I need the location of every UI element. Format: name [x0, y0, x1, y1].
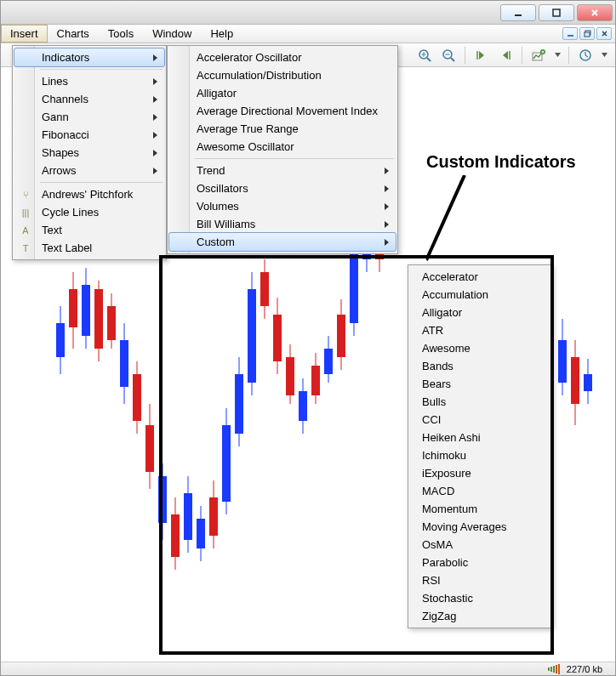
- mdi-minimize-button[interactable]: [562, 27, 578, 40]
- scroll-end-icon: [475, 48, 488, 62]
- menuitem-lines[interactable]: Lines: [14, 72, 164, 90]
- menuitem-label: Average True Range: [197, 122, 299, 135]
- menuitem-text[interactable]: AText: [14, 221, 164, 239]
- menuitem-label: Andrews' Pitchfork: [42, 188, 133, 201]
- menuitem-label: Oscillators: [197, 182, 248, 195]
- menuitem-bill-williams[interactable]: Bill Williams: [169, 215, 396, 233]
- window-minimize-button[interactable]: [500, 4, 536, 21]
- menuitem-custom-bands[interactable]: Bands: [410, 357, 550, 375]
- menuitem-custom-heiken-ashi[interactable]: Heiken Ashi: [410, 429, 550, 446]
- menuitem-atr[interactable]: Average True Range: [169, 120, 396, 138]
- menuitem-custom-osma[interactable]: OsMA: [410, 536, 550, 554]
- menuitem-label: Accumulation: [422, 288, 488, 301]
- menuitem-fibonacci[interactable]: Fibonacci: [14, 126, 164, 144]
- clock-icon: [579, 48, 592, 62]
- menuitem-custom-alligator[interactable]: Alligator: [410, 304, 550, 321]
- menuitem-arrows[interactable]: Arrows: [14, 162, 164, 179]
- minimize-icon: [513, 8, 523, 18]
- menuitem-label: Shapes: [42, 146, 79, 159]
- menuitem-trend[interactable]: Trend: [169, 162, 396, 179]
- dropdown-arrow[interactable]: [553, 46, 562, 65]
- minimize-icon: [567, 30, 574, 37]
- menuitem-indicators[interactable]: Indicators: [14, 48, 165, 67]
- menuitem-custom-rsi[interactable]: RSI: [410, 571, 550, 589]
- submenu-arrow-icon: [153, 96, 157, 103]
- chart-shift-icon: [499, 48, 512, 62]
- menuitem-custom-bulls[interactable]: Bulls: [410, 393, 550, 411]
- menuitem-text-label[interactable]: TText Label: [14, 239, 164, 257]
- menuitem-custom-iexposure[interactable]: iExposure: [410, 464, 550, 482]
- zoom-out-button[interactable]: [439, 46, 458, 65]
- menuitem-label: Average Directional Movement Index: [197, 105, 378, 117]
- close-icon: [590, 8, 600, 18]
- menuitem-gann[interactable]: Gann: [14, 108, 164, 126]
- menu-insert[interactable]: Insert: [1, 25, 48, 43]
- menuitem-custom-momentum[interactable]: Momentum: [410, 500, 550, 518]
- menuitem-custom-atr[interactable]: ATR: [410, 321, 550, 339]
- menuitem-custom-cci[interactable]: CCI: [410, 411, 550, 429]
- menuitem-label: Fibonacci: [42, 128, 89, 141]
- menuitem-adx[interactable]: Average Directional Movement Index: [169, 102, 396, 120]
- annotation-arrow: [426, 175, 494, 269]
- submenu-arrow-icon: [153, 114, 157, 121]
- menuitem-custom-ichimoku[interactable]: Ichimoku: [410, 446, 550, 464]
- menuitem-label: ZigZag: [422, 610, 456, 622]
- menuitem-label: Cycle Lines: [42, 206, 99, 219]
- menuitem-label: Channels: [42, 93, 88, 105]
- chart-shift-button[interactable]: [496, 46, 515, 65]
- menu-window[interactable]: Window: [143, 25, 201, 43]
- periodicity-button[interactable]: [576, 46, 595, 65]
- menuitem-channels[interactable]: Channels: [14, 90, 164, 108]
- menuitem-awesome-oscillator[interactable]: Awesome Oscillator: [169, 138, 396, 156]
- menuitem-custom-macd[interactable]: MACD: [410, 482, 550, 500]
- mdi-close-button[interactable]: [596, 27, 612, 40]
- custom-dropdown: Accelerator Accumulation Alligator ATR A…: [408, 264, 552, 628]
- menuitem-shapes[interactable]: Shapes: [14, 144, 164, 162]
- indicators-button[interactable]: [529, 46, 548, 65]
- menuitem-label: Accelerator: [422, 270, 478, 283]
- menuitem-label: Text Label: [42, 241, 92, 254]
- window-close-button[interactable]: [577, 4, 613, 21]
- zoom-in-button[interactable]: [415, 46, 434, 65]
- menuitem-label: Volumes: [197, 200, 239, 213]
- submenu-arrow-icon: [385, 168, 389, 174]
- menuitem-oscillators[interactable]: Oscillators: [169, 179, 396, 197]
- menuitem-custom-moving-averages[interactable]: Moving Averages: [410, 518, 550, 536]
- menuitem-label: Awesome Oscillator: [197, 140, 294, 153]
- menuitem-label: Bears: [422, 378, 451, 390]
- mdi-restore-button[interactable]: [579, 27, 595, 40]
- menuitem-custom[interactable]: Custom: [168, 232, 396, 252]
- menuitem-accelerator-oscillator[interactable]: Accelerator Oscillator: [169, 48, 396, 66]
- menuitem-custom-zigzag[interactable]: ZigZag: [410, 607, 550, 625]
- menu-tools[interactable]: Tools: [99, 25, 143, 43]
- menuitem-alligator[interactable]: Alligator: [169, 84, 396, 102]
- menuitem-cycle-lines[interactable]: |||Cycle Lines: [14, 203, 164, 221]
- window-maximize-button[interactable]: [539, 4, 574, 21]
- menu-help[interactable]: Help: [201, 25, 242, 43]
- menuitem-label: Heiken Ashi: [422, 431, 481, 444]
- menuitem-custom-awesome[interactable]: Awesome: [410, 339, 550, 357]
- menuitem-custom-parabolic[interactable]: Parabolic: [410, 554, 550, 571]
- menuitem-custom-accelerator[interactable]: Accelerator: [410, 268, 550, 286]
- menuitem-volumes[interactable]: Volumes: [169, 197, 396, 215]
- menuitem-label: ATR: [422, 324, 443, 337]
- dropdown-arrow[interactable]: [600, 46, 608, 65]
- text-icon: A: [19, 224, 32, 237]
- menuitem-label: RSI: [422, 574, 441, 587]
- menuitem-custom-bears[interactable]: Bears: [410, 375, 550, 393]
- submenu-arrow-icon: [153, 78, 157, 85]
- menuitem-label: Indicators: [42, 51, 89, 64]
- menuitem-label: Accelerator Oscillator: [197, 51, 302, 64]
- menu-charts[interactable]: Charts: [48, 25, 99, 43]
- menuitem-custom-accumulation[interactable]: Accumulation: [410, 286, 550, 304]
- submenu-arrow-icon: [385, 203, 389, 210]
- toolbar-separator: [465, 47, 465, 64]
- svg-line-6: [427, 58, 431, 61]
- restore-icon: [584, 30, 591, 37]
- submenu-arrow-icon: [385, 185, 389, 192]
- menuitem-accumulation-distribution[interactable]: Accumulation/Distribution: [169, 66, 396, 84]
- svg-line-20: [585, 55, 588, 57]
- menuitem-custom-stochastic[interactable]: Stochastic: [410, 589, 550, 607]
- menuitem-andrews-pitchfork[interactable]: ⑂Andrews' Pitchfork: [14, 185, 164, 203]
- scroll-end-button[interactable]: [472, 46, 491, 65]
